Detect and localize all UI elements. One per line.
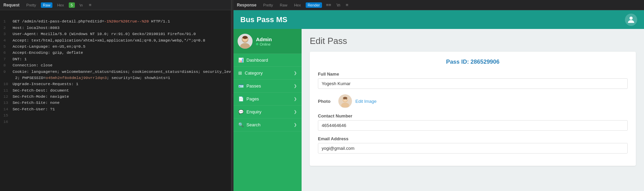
sidebar-item-passes[interactable]: 🪪 Passes ❯ (234, 80, 302, 93)
chevron-icon-pages: ❯ (294, 97, 297, 101)
contact-label: Contact Number (318, 113, 628, 118)
fullname-input[interactable] (318, 78, 628, 89)
tab-hex-res[interactable]: Hex (292, 2, 303, 8)
svg-point-4 (242, 36, 247, 39)
sidebar-label-search: Search (246, 122, 260, 127)
chevron-icon-passes: ❯ (294, 84, 297, 88)
edit-image-link[interactable]: Edit Image (355, 99, 376, 104)
sidebar-item-enquiry[interactable]: 💬 Enquiry ❯ (234, 106, 302, 118)
email-label: Email Address (318, 136, 628, 141)
tab-raw-req[interactable]: Raw (41, 2, 52, 8)
fullname-group: Full Name (318, 71, 628, 89)
photo-label: Photo (318, 99, 335, 104)
category-icon: ⊞ (238, 70, 242, 76)
admin-name: Admin (256, 36, 272, 42)
request-code: 1 GET /admin/edit-pass-detail.php?editid… (0, 10, 231, 191)
chevron-icon-category: ❯ (294, 71, 297, 75)
form-card: Pass ID: 286529906 Full Name Photo (310, 52, 636, 166)
chevron-icon-search: ❯ (294, 123, 297, 127)
tab-pretty-res[interactable]: Pretty (261, 2, 275, 8)
svg-point-8 (343, 97, 348, 99)
chevron-icon-enquiry: ❯ (294, 110, 297, 114)
status-indicator (256, 43, 258, 45)
svg-point-10 (346, 99, 347, 100)
sidebar-item-dashboard[interactable]: 📊 Dashboard (234, 54, 302, 67)
contact-input[interactable] (318, 120, 628, 131)
response-title: Response (237, 3, 256, 7)
request-header: Request Pretty Raw Hex 5 \n ≡ (0, 0, 231, 10)
tab-menu-res[interactable]: ≡ (344, 2, 350, 8)
response-header: Response Pretty Raw Hex Render ≡≡ \n ≡ (234, 0, 644, 10)
search-icon: 🔍 (238, 122, 244, 127)
web-render: Bus Pass MS (234, 10, 644, 191)
request-title: Request (3, 3, 19, 7)
tab-newline-req[interactable]: \n (78, 2, 85, 8)
photo-row: Photo (318, 94, 628, 108)
admin-info: Admin Online (256, 36, 272, 46)
tab-hex-req[interactable]: Hex (55, 2, 66, 8)
dashboard-icon: 📊 (238, 58, 244, 63)
pass-id-display: Pass ID: 286529906 (318, 59, 628, 65)
top-navigation: Bus Pass MS (234, 10, 644, 29)
response-panel: Response Pretty Raw Hex Render ≡≡ \n ≡ B… (234, 0, 644, 191)
sidebar-label-category: Category (245, 70, 263, 76)
tab-render-res[interactable]: Render (306, 2, 322, 8)
sidebar-item-search[interactable]: 🔍 Search ❯ (234, 118, 302, 131)
sidebar-label-dashboard: Dashboard (246, 58, 268, 63)
tab-raw-res[interactable]: Raw (278, 2, 289, 8)
sidebar-item-pages[interactable]: 📄 Pages ❯ (234, 93, 302, 106)
photo-avatar (338, 94, 352, 108)
tab-icons-res[interactable]: ≡≡ (325, 2, 333, 8)
sidebar-label-pages: Pages (246, 96, 259, 101)
email-group: Email Address (318, 136, 628, 154)
request-panel: Request Pretty Raw Hex 5 \n ≡ 1 GET /adm… (0, 0, 231, 191)
sidebar: Admin Online 📊 Dashboard (234, 29, 302, 191)
sidebar-label-enquiry: Enquiry (246, 109, 261, 114)
main-content: Edit Pass Pass ID: 286529906 Full Name P… (302, 29, 644, 191)
sidebar-item-category[interactable]: ⊞ Category ❯ (234, 67, 302, 80)
svg-point-2 (240, 43, 250, 49)
contact-group: Contact Number (318, 113, 628, 131)
admin-status: Online (256, 42, 272, 46)
fullname-label: Full Name (318, 71, 628, 77)
tab-newline-res[interactable]: \n (335, 2, 342, 8)
response-content: Bus Pass MS (234, 10, 644, 191)
passes-icon: 🪪 (238, 83, 244, 89)
tab-pretty-req[interactable]: Pretty (24, 2, 38, 8)
tab-badge-req[interactable]: 5 (69, 2, 75, 8)
admin-avatar (238, 34, 253, 49)
sidebar-label-passes: Passes (246, 83, 261, 89)
status-text: Online (260, 42, 271, 46)
page-heading: Edit Pass (310, 36, 636, 46)
tab-menu-req[interactable]: ≡ (87, 2, 93, 8)
content-area: Admin Online 📊 Dashboard (234, 29, 644, 191)
admin-section: Admin Online (234, 29, 302, 54)
user-avatar-icon[interactable] (625, 14, 637, 26)
svg-point-9 (343, 99, 344, 100)
pages-icon: 📄 (238, 96, 244, 101)
site-title: Bus Pass MS (240, 15, 287, 24)
enquiry-icon: 💬 (238, 109, 244, 114)
svg-point-6 (341, 103, 349, 108)
svg-point-0 (629, 16, 632, 19)
email-input[interactable] (318, 143, 628, 154)
